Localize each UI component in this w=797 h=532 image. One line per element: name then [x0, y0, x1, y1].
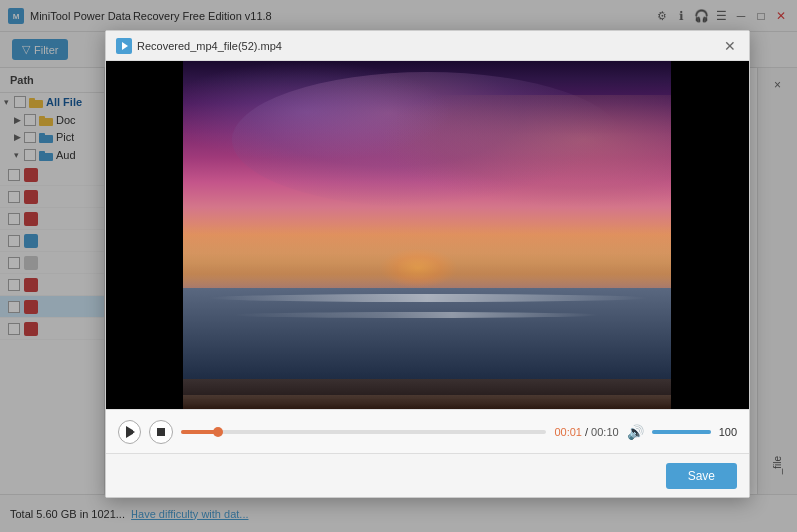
time-current: 00:01	[554, 426, 582, 438]
controls-bar: 00:01 / 00:10 🔊 100	[106, 409, 749, 453]
dialog-footer: Save	[106, 453, 749, 497]
volume-fill	[652, 430, 711, 434]
app-window: M MiniTool Power Data Recovery Free Edit…	[0, 0, 797, 532]
horizon-glow	[183, 225, 671, 295]
wave-2	[232, 312, 599, 318]
stop-button[interactable]	[149, 420, 173, 444]
progress-bar[interactable]	[181, 430, 546, 434]
preview-title: Recovered_mp4_file(52).mp4	[137, 40, 721, 52]
ocean	[183, 288, 671, 410]
wave-1	[208, 294, 648, 302]
preview-close-button[interactable]: ✕	[721, 37, 739, 55]
preview-dialog: Recovered_mp4_file(52).mp4 ✕	[105, 30, 750, 498]
stop-icon	[157, 428, 165, 436]
preview-dialog-icon	[116, 38, 132, 54]
beach-sand	[183, 395, 671, 409]
time-separator: /	[585, 426, 588, 438]
volume-slider[interactable]	[652, 430, 711, 434]
volume-icon[interactable]: 🔊	[627, 424, 644, 440]
preview-title-bar: Recovered_mp4_file(52).mp4 ✕	[106, 31, 749, 61]
volume-label: 100	[719, 426, 737, 438]
modal-overlay: Recovered_mp4_file(52).mp4 ✕	[0, 0, 797, 532]
video-thumbnail	[106, 61, 749, 409]
progress-thumb	[213, 427, 223, 437]
sunset-image	[183, 61, 671, 409]
time-total: 00:10	[591, 426, 619, 438]
video-container	[106, 61, 749, 409]
cloud-3	[183, 61, 452, 162]
beach	[183, 379, 671, 409]
play-icon	[126, 426, 135, 438]
play-button[interactable]	[118, 420, 141, 444]
save-button[interactable]: Save	[666, 463, 737, 489]
time-display: 00:01 / 00:10	[554, 426, 618, 438]
